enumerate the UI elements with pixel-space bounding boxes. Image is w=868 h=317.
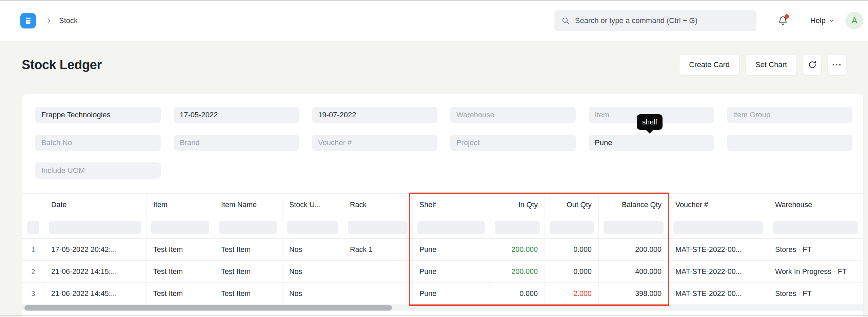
- cell-rack[interactable]: [343, 261, 413, 282]
- erpnext-logo-icon: [23, 15, 34, 26]
- cell-item[interactable]: Test Item: [146, 239, 214, 260]
- column-filter-input[interactable]: [287, 221, 338, 234]
- cell-date[interactable]: 21-06-2022 14:15:...: [44, 261, 146, 282]
- cell-item-name[interactable]: Test Item: [214, 283, 282, 304]
- cell-voucher[interactable]: MAT-STE-2022-00...: [669, 283, 768, 304]
- cell-out-qty[interactable]: 0.000: [545, 239, 599, 260]
- col-header-voucher[interactable]: Voucher #: [669, 194, 768, 216]
- app-logo[interactable]: [20, 13, 36, 28]
- item-group-filter[interactable]: Item Group: [727, 107, 852, 123]
- cell-rack[interactable]: Rack 1: [343, 239, 413, 260]
- cell-date[interactable]: 17-05-2022 20:42:...: [44, 239, 146, 260]
- col-header-stock-uom[interactable]: Stock U...: [282, 194, 343, 216]
- cell-out-qty[interactable]: -2.000: [545, 283, 599, 304]
- col-header-warehouse[interactable]: Warehouse: [768, 194, 863, 216]
- filter-cell: [22, 216, 44, 238]
- table-row: 1 17-05-2022 20:42:... Test Item Test It…: [22, 239, 863, 261]
- filter-cell: [146, 216, 214, 238]
- batch-no-filter[interactable]: Batch No: [35, 135, 161, 151]
- column-filter-input[interactable]: [49, 221, 141, 234]
- column-filter-input[interactable]: [27, 221, 39, 234]
- avatar[interactable]: A: [846, 12, 863, 29]
- column-filter-input[interactable]: [550, 221, 594, 234]
- horizontal-scrollbar-track[interactable]: [22, 305, 863, 311]
- cell-balance-qty[interactable]: 398.000: [599, 283, 669, 304]
- col-header-item-name[interactable]: Item Name: [214, 194, 282, 216]
- column-filter-input[interactable]: [604, 221, 664, 234]
- breadcrumb[interactable]: Stock: [59, 16, 78, 25]
- col-header-item[interactable]: Item: [146, 194, 214, 216]
- column-filter-input[interactable]: [219, 221, 277, 234]
- cell-item-name[interactable]: Test Item: [214, 261, 282, 282]
- column-filter-input[interactable]: [348, 221, 408, 234]
- more-menu-button[interactable]: ···: [828, 54, 846, 75]
- cell-shelf[interactable]: Pune: [413, 239, 490, 260]
- cell-voucher[interactable]: MAT-STE-2022-00...: [669, 261, 768, 282]
- filter-cell: [214, 216, 282, 238]
- from-date-filter[interactable]: 17-05-2022: [174, 107, 299, 123]
- search-input[interactable]: Search or type a command (Ctrl + G): [554, 10, 756, 31]
- column-filter-input[interactable]: [495, 221, 540, 234]
- cell-voucher[interactable]: MAT-STE-2022-00...: [669, 239, 768, 260]
- report-card: Frappe Technologies 17-05-2022 19-07-202…: [22, 94, 863, 317]
- filter-cell: [768, 216, 863, 238]
- cell-item-name[interactable]: Test Item: [214, 239, 282, 260]
- cell-rack[interactable]: [343, 283, 413, 304]
- column-filter-input[interactable]: [773, 221, 858, 234]
- cell-in-qty[interactable]: 200.000: [490, 261, 545, 282]
- cell-in-qty[interactable]: 0.000: [490, 283, 545, 304]
- chevron-down-icon: [829, 18, 835, 24]
- cell-stock-uom[interactable]: Nos: [282, 283, 343, 304]
- include-uom-filter[interactable]: Include UOM: [35, 162, 161, 179]
- col-header-rack[interactable]: Rack: [343, 194, 413, 216]
- help-menu[interactable]: Help: [810, 16, 835, 25]
- col-header-out-qty[interactable]: Out Qty: [545, 194, 599, 216]
- page-actions: Create Card Set Chart ···: [679, 54, 846, 75]
- cell-warehouse[interactable]: Stores - FT: [768, 283, 863, 304]
- notifications-button[interactable]: [776, 13, 790, 28]
- search-icon: [561, 16, 570, 25]
- to-date-filter[interactable]: 19-07-2022: [312, 107, 437, 123]
- create-card-button[interactable]: Create Card: [679, 54, 739, 75]
- cell-item[interactable]: Test Item: [146, 261, 214, 282]
- table-header-row: Date Item Item Name Stock U... Rack Shel…: [22, 193, 863, 216]
- cell-stock-uom[interactable]: Nos: [282, 239, 343, 260]
- cell-warehouse[interactable]: Work In Progress - FT: [768, 261, 863, 282]
- voucher-filter[interactable]: Voucher #: [312, 135, 437, 151]
- project-filter[interactable]: Project: [450, 135, 576, 151]
- cell-date[interactable]: 21-06-2022 14:45:...: [44, 283, 146, 304]
- refresh-button[interactable]: [803, 54, 822, 75]
- help-label: Help: [810, 16, 826, 25]
- cell-stock-uom[interactable]: Nos: [282, 261, 343, 282]
- col-header-date[interactable]: Date: [44, 194, 146, 216]
- cell-out-qty[interactable]: 0.000: [545, 261, 599, 282]
- cell-balance-qty[interactable]: 400.000: [599, 261, 669, 282]
- cell-item[interactable]: Test Item: [146, 283, 214, 304]
- cell-warehouse[interactable]: Stores - FT: [768, 239, 863, 260]
- set-chart-button[interactable]: Set Chart: [746, 54, 797, 75]
- notification-badge: [785, 14, 789, 19]
- cell-in-qty[interactable]: 200.000: [490, 239, 545, 260]
- warehouse-filter[interactable]: Warehouse: [450, 107, 576, 123]
- window-top-edge: [0, 0, 868, 1]
- brand-filter[interactable]: Brand: [174, 135, 299, 151]
- stock-ledger-table: Date Item Item Name Stock U... Rack Shel…: [22, 193, 863, 305]
- filter-cell: [44, 216, 146, 238]
- col-header-in-qty[interactable]: In Qty: [490, 194, 545, 216]
- company-filter[interactable]: Frappe Technologies: [35, 107, 161, 123]
- cell-shelf[interactable]: Pune: [413, 283, 490, 304]
- column-filter-input[interactable]: [417, 221, 485, 234]
- horizontal-scrollbar-thumb[interactable]: [24, 305, 392, 311]
- filter-cell: [545, 216, 599, 238]
- search-placeholder: Search or type a command (Ctrl + G): [575, 16, 697, 25]
- cell-rownum: 3: [22, 283, 44, 304]
- col-header-shelf[interactable]: Shelf: [413, 194, 490, 216]
- cell-shelf[interactable]: Pune: [413, 261, 490, 282]
- cell-balance-qty[interactable]: 200.000: [599, 239, 669, 260]
- col-header-balance-qty[interactable]: Balance Qty: [599, 194, 669, 216]
- column-filter-input[interactable]: [673, 221, 763, 234]
- column-filter-input[interactable]: [151, 221, 209, 234]
- shelf-filter[interactable]: Pune: [589, 135, 714, 151]
- page-header: Stock Ledger Create Card Set Chart ···: [22, 54, 846, 76]
- empty-filter[interactable]: [727, 135, 852, 151]
